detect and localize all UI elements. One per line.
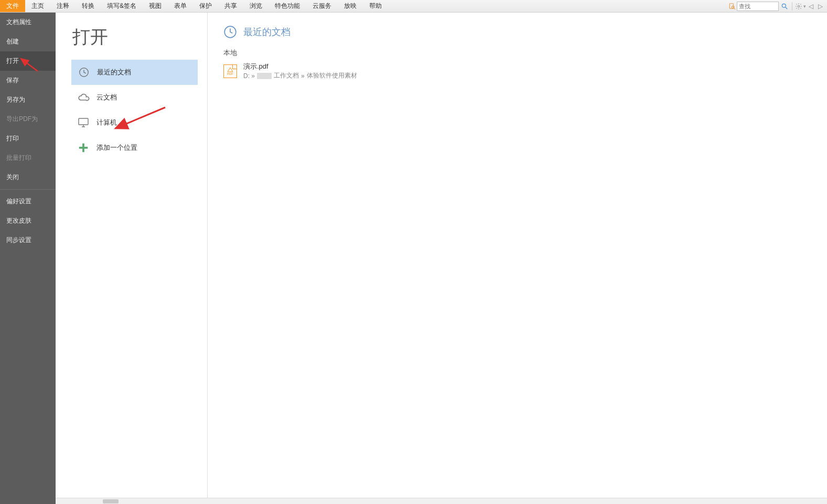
svg-rect-7 <box>79 118 88 125</box>
menu-tab-comment[interactable]: 注释 <box>50 0 76 12</box>
menu-tab-convert[interactable]: 转换 <box>76 0 101 12</box>
recent-header: 最近的文档 <box>223 25 811 39</box>
blurred-segment <box>257 73 272 79</box>
option-computer[interactable]: 计算机 <box>71 110 198 135</box>
nav-prev-icon[interactable]: ◁ <box>806 2 815 11</box>
sidebar-item-skin[interactable]: 更改皮肤 <box>0 211 56 231</box>
menu-tab-share[interactable]: 共享 <box>218 0 243 12</box>
sidebar-item-sync[interactable]: 同步设置 <box>0 231 56 250</box>
file-meta: 演示.pdf D: » 工作文档 » 体验软件使用素材 <box>243 62 357 80</box>
subpanel-title: 打开 <box>56 13 207 60</box>
sidebar-item-close[interactable]: 关闭 <box>0 168 56 187</box>
option-label: 计算机 <box>96 118 117 127</box>
option-recent-docs[interactable]: 最近的文档 <box>71 60 198 85</box>
menu-tab-file[interactable]: 文件 <box>0 0 25 12</box>
svg-point-5 <box>798 5 800 7</box>
sidebar-item-save-as[interactable]: 另存为 <box>0 90 56 109</box>
cloud-icon <box>77 91 90 104</box>
menu-tab-view[interactable]: 视图 <box>143 0 168 12</box>
search-icon[interactable] <box>779 2 790 11</box>
sidebar-item-open[interactable]: 打开 <box>0 51 56 71</box>
menu-tab-home[interactable]: 主页 <box>25 0 50 12</box>
open-subpanel: 打开 最近的文档 云文档 计算机 添加一个位置 <box>56 13 208 504</box>
svg-point-3 <box>782 4 786 7</box>
svg-line-4 <box>786 7 788 9</box>
sidebar-item-preferences[interactable]: 偏好设置 <box>0 192 56 211</box>
option-label: 添加一个位置 <box>96 143 137 152</box>
sidebar-item-save[interactable]: 保存 <box>0 71 56 90</box>
option-label: 云文档 <box>96 93 117 102</box>
menu-tab-protect[interactable]: 保护 <box>193 0 218 12</box>
recent-section-label: 本地 <box>223 48 811 58</box>
sidebar-separator <box>0 189 56 190</box>
option-cloud-docs[interactable]: 云文档 <box>71 85 198 110</box>
menu-tab-help[interactable]: 帮助 <box>363 0 388 12</box>
sidebar-item-create[interactable]: 创建 <box>0 32 56 51</box>
recent-header-label: 最近的文档 <box>243 26 291 38</box>
menu-tab-features[interactable]: 特色功能 <box>268 0 306 12</box>
menu-tab-form[interactable]: 表单 <box>168 0 193 12</box>
pdf-icon: PDF <box>223 64 237 78</box>
option-add-location[interactable]: 添加一个位置 <box>71 135 198 160</box>
sidebar-item-properties[interactable]: 文档属性 <box>0 13 56 32</box>
search-input[interactable] <box>737 2 779 11</box>
clock-icon <box>77 65 91 79</box>
clock-icon <box>223 25 237 39</box>
sidebar-item-export[interactable]: 导出PDF为 <box>0 109 56 129</box>
menu-tab-cloud[interactable]: 云服务 <box>306 0 338 12</box>
menubar: 文件 主页 注释 转换 填写&签名 视图 表单 保护 共享 浏览 特色功能 云服… <box>0 0 827 13</box>
file-path: D: » 工作文档 » 体验软件使用素材 <box>243 71 357 80</box>
horizontal-scrollbar[interactable] <box>56 498 827 504</box>
menu-tab-slideshow[interactable]: 放映 <box>338 0 363 12</box>
option-label: 最近的文档 <box>97 68 131 77</box>
sidebar-item-print[interactable]: 打印 <box>0 129 56 148</box>
find-page-icon[interactable] <box>727 2 737 11</box>
plus-icon <box>77 141 90 155</box>
main-panel: 最近的文档 本地 PDF 演示.pdf D: » 工作文档 » 体验软件使用素材 <box>208 13 827 504</box>
scrollbar-thumb[interactable] <box>103 499 119 503</box>
svg-rect-9 <box>79 147 88 149</box>
gear-icon[interactable] <box>794 2 803 11</box>
recent-file-row[interactable]: PDF 演示.pdf D: » 工作文档 » 体验软件使用素材 <box>223 60 811 82</box>
menubar-right: ▾ ◁ ▷ <box>727 0 827 12</box>
sidebar-item-batch-print[interactable]: 批量打印 <box>0 148 56 168</box>
file-name: 演示.pdf <box>243 62 357 71</box>
nav-next-icon[interactable]: ▷ <box>815 2 825 11</box>
menu-tab-browse[interactable]: 浏览 <box>243 0 268 12</box>
sidebar: 文档属性 创建 打开 保存 另存为 导出PDF为 打印 批量打印 关闭 偏好设置… <box>0 13 56 504</box>
computer-icon <box>77 116 90 129</box>
svg-line-2 <box>734 8 735 9</box>
menu-tab-fill-sign[interactable]: 填写&签名 <box>101 0 143 12</box>
